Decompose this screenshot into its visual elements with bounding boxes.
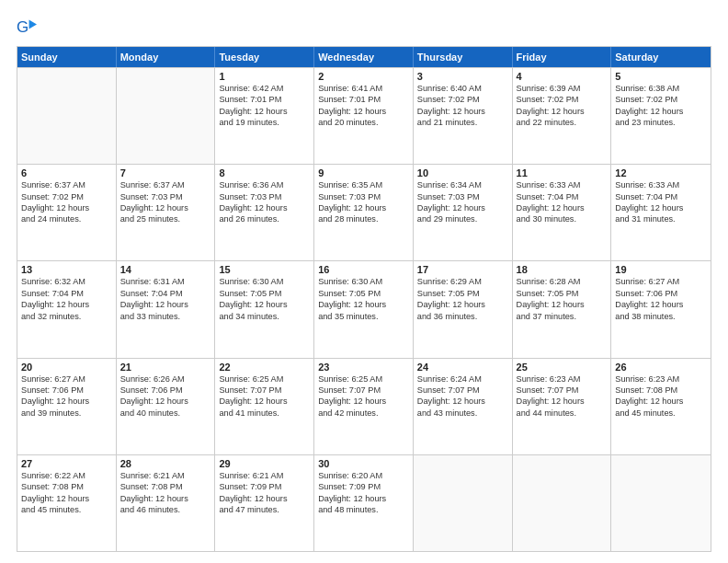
cell-line: Sunrise: 6:21 AM xyxy=(120,470,211,481)
cell-line: and 35 minutes. xyxy=(318,311,409,322)
cell-line: and 21 minutes. xyxy=(417,117,508,128)
cell-line: and 26 minutes. xyxy=(219,213,310,224)
day-number: 18 xyxy=(517,264,608,275)
cell-line: Sunset: 7:09 PM xyxy=(318,481,409,492)
cell-line: Sunset: 7:07 PM xyxy=(318,385,409,396)
cell-line: Daylight: 12 hours xyxy=(318,396,409,407)
calendar-cell: 17Sunrise: 6:29 AMSunset: 7:05 PMDayligh… xyxy=(414,261,513,357)
cell-line: Sunset: 7:06 PM xyxy=(21,385,112,396)
cell-line: Daylight: 12 hours xyxy=(120,202,211,213)
calendar-cell: 10Sunrise: 6:34 AMSunset: 7:03 PMDayligh… xyxy=(414,165,513,260)
calendar-cell: 30Sunrise: 6:20 AMSunset: 7:09 PMDayligh… xyxy=(314,455,414,551)
cell-line: and 24 minutes. xyxy=(21,213,112,224)
day-number: 19 xyxy=(615,264,707,275)
cell-line: Sunrise: 6:31 AM xyxy=(120,276,211,287)
calendar-cell: 8Sunrise: 6:36 AMSunset: 7:03 PMDaylight… xyxy=(215,165,314,260)
cell-line: and 19 minutes. xyxy=(219,117,310,128)
cell-line: Sunset: 7:03 PM xyxy=(219,191,310,202)
calendar-row: 1Sunrise: 6:42 AMSunset: 7:01 PMDaylight… xyxy=(17,67,711,164)
calendar-row: 6Sunrise: 6:37 AMSunset: 7:02 PMDaylight… xyxy=(17,164,711,260)
cell-line: and 47 minutes. xyxy=(219,504,310,515)
cell-line: Sunset: 7:07 PM xyxy=(417,385,508,396)
cell-line: Daylight: 12 hours xyxy=(517,299,608,310)
cell-line: and 36 minutes. xyxy=(417,311,508,322)
day-number: 11 xyxy=(517,167,608,178)
cell-line: and 44 minutes. xyxy=(517,408,608,419)
cell-line: and 30 minutes. xyxy=(517,213,608,224)
calendar-header-day: Friday xyxy=(513,47,612,67)
cell-line: Sunrise: 6:40 AM xyxy=(417,83,508,94)
calendar-cell: 14Sunrise: 6:31 AMSunset: 7:04 PMDayligh… xyxy=(117,261,216,357)
day-number: 20 xyxy=(21,362,112,373)
calendar-cell xyxy=(17,68,117,164)
cell-line: Daylight: 12 hours xyxy=(318,202,409,213)
cell-line: Sunset: 7:02 PM xyxy=(21,191,112,202)
cell-line: and 22 minutes. xyxy=(517,117,608,128)
page: G SundayMondayTuesdayWednesdayThursdayFr… xyxy=(0,0,728,563)
cell-line: Sunrise: 6:24 AM xyxy=(417,373,508,385)
cell-line: Daylight: 12 hours xyxy=(417,106,508,117)
calendar-cell: 9Sunrise: 6:35 AMSunset: 7:03 PMDaylight… xyxy=(314,165,414,260)
day-number: 3 xyxy=(417,71,508,82)
cell-line: and 20 minutes. xyxy=(318,117,409,128)
cell-line: Sunrise: 6:42 AM xyxy=(219,83,310,94)
cell-line: Daylight: 12 hours xyxy=(517,202,608,213)
cell-line: Sunset: 7:05 PM xyxy=(219,288,310,299)
day-number: 23 xyxy=(318,362,409,373)
cell-line: and 45 minutes. xyxy=(21,504,112,515)
cell-line: Daylight: 12 hours xyxy=(318,299,409,310)
logo: G xyxy=(17,17,39,37)
cell-line: Daylight: 12 hours xyxy=(21,202,112,213)
cell-line: Sunrise: 6:39 AM xyxy=(517,83,608,94)
day-number: 26 xyxy=(615,362,707,373)
cell-line: Daylight: 12 hours xyxy=(615,106,707,117)
cell-line: and 37 minutes. xyxy=(517,311,608,322)
cell-line: and 29 minutes. xyxy=(417,213,508,224)
cell-line: Sunset: 7:09 PM xyxy=(219,481,310,492)
cell-line: Sunset: 7:08 PM xyxy=(21,481,112,492)
cell-line: Daylight: 12 hours xyxy=(417,299,508,310)
cell-line: and 32 minutes. xyxy=(21,311,112,322)
cell-line: Sunset: 7:06 PM xyxy=(615,288,707,299)
cell-line: Sunrise: 6:27 AM xyxy=(615,276,707,287)
cell-line: Sunrise: 6:38 AM xyxy=(615,83,707,94)
calendar-cell xyxy=(117,68,216,164)
calendar-cell: 4Sunrise: 6:39 AMSunset: 7:02 PMDaylight… xyxy=(513,68,612,164)
calendar-cell: 20Sunrise: 6:27 AMSunset: 7:06 PMDayligh… xyxy=(17,359,117,454)
cell-line: Sunset: 7:02 PM xyxy=(615,94,707,105)
cell-line: Sunrise: 6:36 AM xyxy=(219,179,310,190)
cell-line: and 40 minutes. xyxy=(120,408,211,419)
cell-line: Sunset: 7:04 PM xyxy=(21,288,112,299)
cell-line: and 31 minutes. xyxy=(615,213,707,224)
day-number: 5 xyxy=(615,71,707,82)
day-number: 9 xyxy=(318,167,409,178)
cell-line: Sunset: 7:01 PM xyxy=(318,94,409,105)
cell-line: Sunrise: 6:23 AM xyxy=(517,373,608,385)
cell-line: Sunrise: 6:25 AM xyxy=(219,373,310,385)
calendar-header-day: Thursday xyxy=(414,47,513,67)
calendar-header-day: Monday xyxy=(117,47,216,67)
cell-line: and 45 minutes. xyxy=(615,408,707,419)
cell-line: Daylight: 12 hours xyxy=(219,493,310,504)
cell-line: and 46 minutes. xyxy=(120,504,211,515)
cell-line: Sunset: 7:06 PM xyxy=(120,385,211,396)
day-number: 16 xyxy=(318,264,409,275)
cell-line: Daylight: 12 hours xyxy=(120,493,211,504)
calendar-cell: 28Sunrise: 6:21 AMSunset: 7:08 PMDayligh… xyxy=(117,455,216,551)
cell-line: and 41 minutes. xyxy=(219,408,310,419)
cell-line: Sunrise: 6:25 AM xyxy=(318,373,409,385)
cell-line: Sunrise: 6:27 AM xyxy=(21,373,112,385)
cell-line: Sunrise: 6:35 AM xyxy=(318,179,409,190)
calendar-cell: 22Sunrise: 6:25 AMSunset: 7:07 PMDayligh… xyxy=(215,359,314,454)
cell-line: Daylight: 12 hours xyxy=(219,106,310,117)
day-number: 7 xyxy=(120,167,211,178)
cell-line: Daylight: 12 hours xyxy=(417,202,508,213)
svg-text:G: G xyxy=(17,18,28,36)
calendar-cell xyxy=(414,455,513,551)
calendar-header-day: Saturday xyxy=(611,47,711,67)
calendar-cell: 26Sunrise: 6:23 AMSunset: 7:08 PMDayligh… xyxy=(611,359,711,454)
cell-line: Sunrise: 6:33 AM xyxy=(615,179,707,190)
day-number: 21 xyxy=(120,362,211,373)
calendar-cell: 27Sunrise: 6:22 AMSunset: 7:08 PMDayligh… xyxy=(17,455,117,551)
cell-line: and 39 minutes. xyxy=(21,408,112,419)
